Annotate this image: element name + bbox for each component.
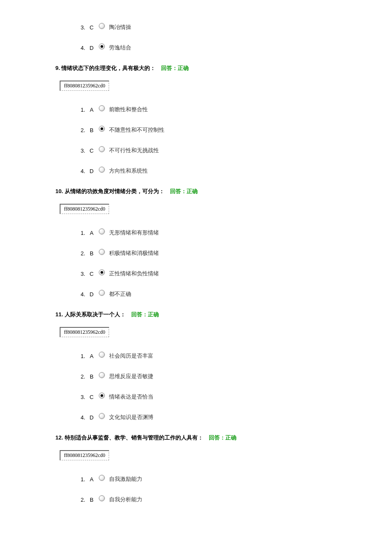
option-letter: B xyxy=(85,127,98,133)
option-text: 陶冶情操 xyxy=(109,23,131,31)
radio-icon[interactable] xyxy=(99,167,105,173)
question-number: 12. xyxy=(55,434,65,441)
option-letter: D xyxy=(85,291,98,298)
question-number: 10. xyxy=(55,188,65,194)
option-row: 3.C不可行性和无挑战性 xyxy=(72,147,375,154)
option-number: 2. xyxy=(72,497,85,503)
answer-value: 正确 xyxy=(148,311,159,318)
option-number: 1. xyxy=(72,230,85,236)
radio-icon[interactable] xyxy=(99,126,105,132)
answer-value: 正确 xyxy=(225,434,236,441)
option-text: 自我激励能力 xyxy=(109,475,142,483)
option-row: 2.B不随意性和不可控制性 xyxy=(72,126,375,134)
question-header: 11. 人际关系取决于一个人： 回答：正确 xyxy=(55,311,375,318)
option-number: 2. xyxy=(72,127,85,133)
option-letter: C xyxy=(85,394,98,400)
option-number: 4. xyxy=(72,414,85,421)
option-number: 2. xyxy=(72,373,85,380)
radio-icon[interactable] xyxy=(99,146,105,152)
question-text: 人际关系取决于一个人： xyxy=(65,311,131,318)
question-header: 12. 特别适合从事监督、教学、销售与管理的工作的人具有： 回答：正确 xyxy=(55,434,375,442)
option-text: 不随意性和不可控制性 xyxy=(109,126,164,134)
radio-icon[interactable] xyxy=(99,249,105,255)
answer-label: 回答： xyxy=(170,188,187,194)
document-content: 3. C 陶冶情操 4. D 劳逸结合 9. 情绪状态下的生理变化，具有极大的：… xyxy=(0,23,392,503)
option-letter: B xyxy=(85,373,98,380)
option-text: 积极情绪和消极情绪 xyxy=(109,249,159,257)
option-text: 文化知识是否渊博 xyxy=(109,413,153,421)
answer-label: 回答： xyxy=(161,65,178,71)
option-number: 3. xyxy=(72,271,85,277)
option-row: 2.B自我分析能力 xyxy=(72,496,375,503)
option-text: 社会阅历是否丰富 xyxy=(109,352,153,360)
option-row: 4.D文化知识是否渊博 xyxy=(72,413,375,421)
radio-icon[interactable] xyxy=(99,372,105,378)
option-row: 1.A无形情绪和有形情绪 xyxy=(72,229,375,237)
option-number: 3. xyxy=(72,147,85,154)
partial-question-options: 3. C 陶冶情操 4. D 劳逸结合 xyxy=(55,23,375,52)
option-row: 2.B积极情绪和消极情绪 xyxy=(72,249,375,257)
radio-icon[interactable] xyxy=(99,105,105,111)
radio-icon[interactable] xyxy=(99,269,105,275)
radio-icon[interactable] xyxy=(99,43,105,49)
option-row: 1.A前瞻性和整合性 xyxy=(72,106,375,113)
option-row: 2.B思维反应是否敏捷 xyxy=(72,373,375,380)
option-row: 3. C 陶冶情操 xyxy=(72,23,375,31)
question-text: 情绪状态下的生理变化，具有极大的： xyxy=(61,65,161,71)
radio-icon[interactable] xyxy=(99,290,105,296)
option-row: 3.C正性情绪和负性情绪 xyxy=(72,270,375,278)
option-number: 4. xyxy=(72,291,85,298)
option-number: 1. xyxy=(72,353,85,359)
radio-icon[interactable] xyxy=(99,23,105,29)
option-text: 劳逸结合 xyxy=(109,44,131,52)
option-text: 正性情绪和负性情绪 xyxy=(109,270,159,278)
option-letter: D xyxy=(85,45,98,51)
option-row: 3.C情绪表达是否恰当 xyxy=(72,393,375,401)
option-letter: B xyxy=(85,250,98,257)
question-text: 从情绪的功效角度对情绪分类，可分为： xyxy=(65,188,170,194)
option-number: 2. xyxy=(72,250,85,257)
option-letter: A xyxy=(85,230,98,236)
id-code-box: ff808081235962cd0 xyxy=(60,450,109,460)
radio-icon[interactable] xyxy=(99,393,105,399)
radio-icon[interactable] xyxy=(99,495,105,501)
option-text: 不可行性和无挑战性 xyxy=(109,147,159,154)
option-number: 4. xyxy=(72,168,85,174)
answer-value: 正确 xyxy=(187,188,198,194)
questions-container: 9. 情绪状态下的生理变化，具有极大的： 回答：正确ff808081235962… xyxy=(55,64,375,503)
question-number: 11. xyxy=(55,311,65,318)
radio-icon[interactable] xyxy=(99,228,105,234)
option-row: 4.D方向性和系统性 xyxy=(72,167,375,175)
option-row: 4.D都不正确 xyxy=(72,290,375,298)
radio-icon[interactable] xyxy=(99,352,105,358)
option-number: 3. xyxy=(72,24,85,31)
question-header: 9. 情绪状态下的生理变化，具有极大的： 回答：正确 xyxy=(55,64,375,72)
option-letter: A xyxy=(85,107,98,113)
option-letter: B xyxy=(85,497,98,503)
option-text: 都不正确 xyxy=(109,290,131,298)
option-number: 4. xyxy=(72,45,85,51)
id-code-box: ff808081235962cd0 xyxy=(60,81,109,91)
option-text: 思维反应是否敏捷 xyxy=(109,373,153,380)
radio-icon[interactable] xyxy=(99,475,105,481)
option-letter: C xyxy=(85,147,98,154)
answer-label: 回答： xyxy=(209,434,225,441)
question-text: 特别适合从事监督、教学、销售与管理的工作的人具有： xyxy=(65,434,209,441)
id-code-box: ff808081235962cd0 xyxy=(60,204,109,214)
option-letter: C xyxy=(85,271,98,277)
option-text: 方向性和系统性 xyxy=(109,167,148,175)
radio-icon[interactable] xyxy=(99,413,105,419)
option-letter: D xyxy=(85,168,98,174)
question-number: 9. xyxy=(55,65,61,71)
option-row: 1.A自我激励能力 xyxy=(72,475,375,483)
option-text: 自我分析能力 xyxy=(109,496,142,503)
option-letter: C xyxy=(85,24,98,31)
option-row: 1.A社会阅历是否丰富 xyxy=(72,352,375,360)
option-text: 情绪表达是否恰当 xyxy=(109,393,153,401)
option-number: 1. xyxy=(72,476,85,483)
option-letter: D xyxy=(85,414,98,421)
option-text: 前瞻性和整合性 xyxy=(109,106,148,113)
answer-label: 回答： xyxy=(131,311,148,318)
option-letter: A xyxy=(85,476,98,483)
option-letter: A xyxy=(85,353,98,359)
